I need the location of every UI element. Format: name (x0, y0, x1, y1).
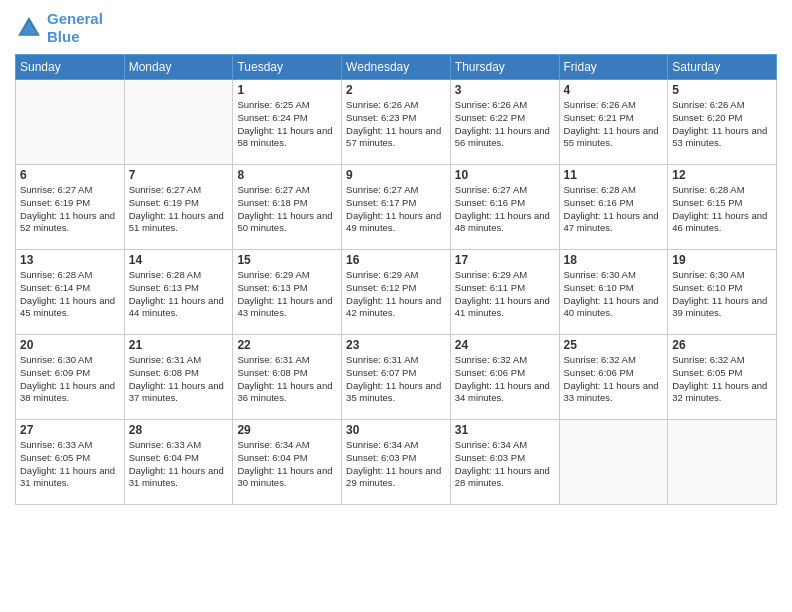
day-info: Sunrise: 6:32 AMSunset: 6:06 PMDaylight:… (564, 354, 664, 405)
day-info: Sunrise: 6:28 AMSunset: 6:16 PMDaylight:… (564, 184, 664, 235)
calendar-cell (559, 420, 668, 505)
calendar-cell: 6Sunrise: 6:27 AMSunset: 6:19 PMDaylight… (16, 165, 125, 250)
day-info: Sunrise: 6:33 AMSunset: 6:05 PMDaylight:… (20, 439, 120, 490)
day-number: 14 (129, 253, 229, 267)
weekday-header-row: SundayMondayTuesdayWednesdayThursdayFrid… (16, 55, 777, 80)
day-info: Sunrise: 6:27 AMSunset: 6:19 PMDaylight:… (20, 184, 120, 235)
page: General Blue SundayMondayTuesdayWednesda… (0, 0, 792, 612)
day-number: 26 (672, 338, 772, 352)
day-info: Sunrise: 6:30 AMSunset: 6:10 PMDaylight:… (672, 269, 772, 320)
calendar-cell (16, 80, 125, 165)
week-row: 1Sunrise: 6:25 AMSunset: 6:24 PMDaylight… (16, 80, 777, 165)
calendar-cell: 2Sunrise: 6:26 AMSunset: 6:23 PMDaylight… (342, 80, 451, 165)
day-number: 29 (237, 423, 337, 437)
calendar-cell (668, 420, 777, 505)
calendar-cell: 26Sunrise: 6:32 AMSunset: 6:05 PMDayligh… (668, 335, 777, 420)
day-info: Sunrise: 6:25 AMSunset: 6:24 PMDaylight:… (237, 99, 337, 150)
logo: General Blue (15, 10, 103, 46)
calendar-cell: 22Sunrise: 6:31 AMSunset: 6:08 PMDayligh… (233, 335, 342, 420)
week-row: 6Sunrise: 6:27 AMSunset: 6:19 PMDaylight… (16, 165, 777, 250)
calendar-cell: 1Sunrise: 6:25 AMSunset: 6:24 PMDaylight… (233, 80, 342, 165)
logo-text: General Blue (47, 10, 103, 46)
week-row: 13Sunrise: 6:28 AMSunset: 6:14 PMDayligh… (16, 250, 777, 335)
calendar-cell: 20Sunrise: 6:30 AMSunset: 6:09 PMDayligh… (16, 335, 125, 420)
day-info: Sunrise: 6:32 AMSunset: 6:05 PMDaylight:… (672, 354, 772, 405)
day-number: 7 (129, 168, 229, 182)
calendar-cell: 14Sunrise: 6:28 AMSunset: 6:13 PMDayligh… (124, 250, 233, 335)
day-info: Sunrise: 6:26 AMSunset: 6:22 PMDaylight:… (455, 99, 555, 150)
calendar-cell: 19Sunrise: 6:30 AMSunset: 6:10 PMDayligh… (668, 250, 777, 335)
calendar-table: SundayMondayTuesdayWednesdayThursdayFrid… (15, 54, 777, 505)
day-info: Sunrise: 6:28 AMSunset: 6:14 PMDaylight:… (20, 269, 120, 320)
day-number: 2 (346, 83, 446, 97)
day-number: 21 (129, 338, 229, 352)
day-info: Sunrise: 6:29 AMSunset: 6:12 PMDaylight:… (346, 269, 446, 320)
day-number: 19 (672, 253, 772, 267)
calendar-cell: 10Sunrise: 6:27 AMSunset: 6:16 PMDayligh… (450, 165, 559, 250)
calendar-cell: 5Sunrise: 6:26 AMSunset: 6:20 PMDaylight… (668, 80, 777, 165)
weekday-header: Monday (124, 55, 233, 80)
day-info: Sunrise: 6:32 AMSunset: 6:06 PMDaylight:… (455, 354, 555, 405)
day-number: 22 (237, 338, 337, 352)
day-info: Sunrise: 6:29 AMSunset: 6:11 PMDaylight:… (455, 269, 555, 320)
calendar-cell: 4Sunrise: 6:26 AMSunset: 6:21 PMDaylight… (559, 80, 668, 165)
day-info: Sunrise: 6:27 AMSunset: 6:16 PMDaylight:… (455, 184, 555, 235)
calendar-cell: 8Sunrise: 6:27 AMSunset: 6:18 PMDaylight… (233, 165, 342, 250)
day-number: 24 (455, 338, 555, 352)
day-number: 30 (346, 423, 446, 437)
day-info: Sunrise: 6:30 AMSunset: 6:09 PMDaylight:… (20, 354, 120, 405)
day-number: 27 (20, 423, 120, 437)
header: General Blue (15, 10, 777, 46)
calendar-cell: 18Sunrise: 6:30 AMSunset: 6:10 PMDayligh… (559, 250, 668, 335)
day-number: 12 (672, 168, 772, 182)
day-info: Sunrise: 6:27 AMSunset: 6:17 PMDaylight:… (346, 184, 446, 235)
day-number: 25 (564, 338, 664, 352)
logo-icon (15, 14, 43, 42)
weekday-header: Friday (559, 55, 668, 80)
day-info: Sunrise: 6:26 AMSunset: 6:20 PMDaylight:… (672, 99, 772, 150)
day-info: Sunrise: 6:29 AMSunset: 6:13 PMDaylight:… (237, 269, 337, 320)
calendar-cell: 17Sunrise: 6:29 AMSunset: 6:11 PMDayligh… (450, 250, 559, 335)
day-info: Sunrise: 6:34 AMSunset: 6:03 PMDaylight:… (455, 439, 555, 490)
day-number: 11 (564, 168, 664, 182)
calendar-cell: 28Sunrise: 6:33 AMSunset: 6:04 PMDayligh… (124, 420, 233, 505)
day-info: Sunrise: 6:27 AMSunset: 6:18 PMDaylight:… (237, 184, 337, 235)
calendar-cell: 21Sunrise: 6:31 AMSunset: 6:08 PMDayligh… (124, 335, 233, 420)
day-number: 15 (237, 253, 337, 267)
day-info: Sunrise: 6:31 AMSunset: 6:08 PMDaylight:… (237, 354, 337, 405)
calendar-cell: 7Sunrise: 6:27 AMSunset: 6:19 PMDaylight… (124, 165, 233, 250)
calendar-cell: 23Sunrise: 6:31 AMSunset: 6:07 PMDayligh… (342, 335, 451, 420)
day-number: 6 (20, 168, 120, 182)
weekday-header: Tuesday (233, 55, 342, 80)
calendar-cell: 12Sunrise: 6:28 AMSunset: 6:15 PMDayligh… (668, 165, 777, 250)
day-info: Sunrise: 6:34 AMSunset: 6:04 PMDaylight:… (237, 439, 337, 490)
week-row: 27Sunrise: 6:33 AMSunset: 6:05 PMDayligh… (16, 420, 777, 505)
calendar-cell: 31Sunrise: 6:34 AMSunset: 6:03 PMDayligh… (450, 420, 559, 505)
day-number: 9 (346, 168, 446, 182)
calendar-cell: 25Sunrise: 6:32 AMSunset: 6:06 PMDayligh… (559, 335, 668, 420)
day-info: Sunrise: 6:34 AMSunset: 6:03 PMDaylight:… (346, 439, 446, 490)
week-row: 20Sunrise: 6:30 AMSunset: 6:09 PMDayligh… (16, 335, 777, 420)
day-info: Sunrise: 6:28 AMSunset: 6:15 PMDaylight:… (672, 184, 772, 235)
day-number: 23 (346, 338, 446, 352)
calendar-cell (124, 80, 233, 165)
weekday-header: Wednesday (342, 55, 451, 80)
day-info: Sunrise: 6:26 AMSunset: 6:21 PMDaylight:… (564, 99, 664, 150)
calendar-cell: 27Sunrise: 6:33 AMSunset: 6:05 PMDayligh… (16, 420, 125, 505)
day-info: Sunrise: 6:31 AMSunset: 6:08 PMDaylight:… (129, 354, 229, 405)
day-info: Sunrise: 6:27 AMSunset: 6:19 PMDaylight:… (129, 184, 229, 235)
day-info: Sunrise: 6:31 AMSunset: 6:07 PMDaylight:… (346, 354, 446, 405)
calendar-cell: 9Sunrise: 6:27 AMSunset: 6:17 PMDaylight… (342, 165, 451, 250)
weekday-header: Sunday (16, 55, 125, 80)
calendar-cell: 15Sunrise: 6:29 AMSunset: 6:13 PMDayligh… (233, 250, 342, 335)
day-number: 17 (455, 253, 555, 267)
day-number: 3 (455, 83, 555, 97)
day-number: 4 (564, 83, 664, 97)
day-number: 28 (129, 423, 229, 437)
day-info: Sunrise: 6:28 AMSunset: 6:13 PMDaylight:… (129, 269, 229, 320)
calendar-cell: 30Sunrise: 6:34 AMSunset: 6:03 PMDayligh… (342, 420, 451, 505)
day-number: 31 (455, 423, 555, 437)
day-number: 16 (346, 253, 446, 267)
calendar-cell: 24Sunrise: 6:32 AMSunset: 6:06 PMDayligh… (450, 335, 559, 420)
calendar-cell: 29Sunrise: 6:34 AMSunset: 6:04 PMDayligh… (233, 420, 342, 505)
